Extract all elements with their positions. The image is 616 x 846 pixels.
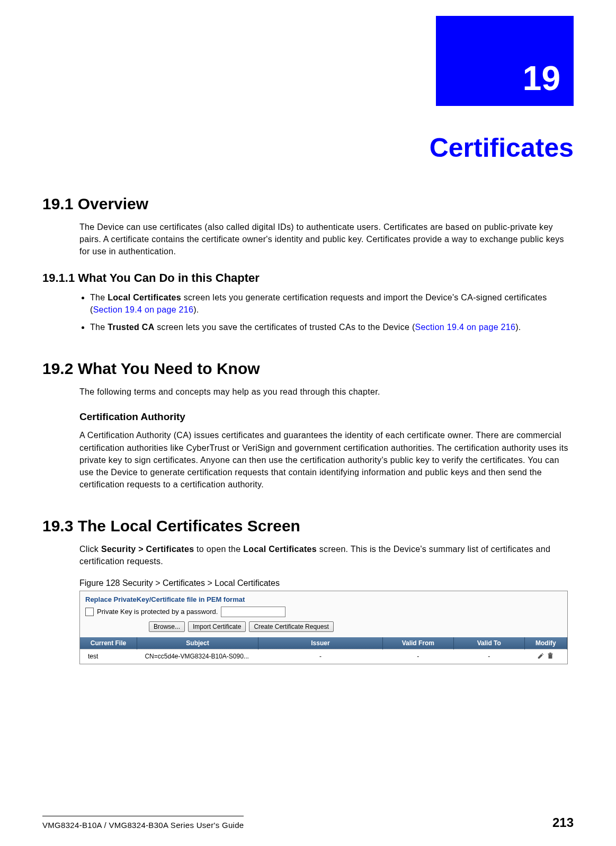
need-to-know-body: The following terms and concepts may hel… bbox=[79, 386, 574, 398]
password-checkbox[interactable] bbox=[85, 608, 94, 616]
delete-icon[interactable] bbox=[547, 652, 554, 660]
col-valid-from: Valid From bbox=[382, 637, 453, 649]
chapter-number: 19 bbox=[523, 59, 560, 98]
cert-authority-body: A Certification Authority (CA) issues ce… bbox=[79, 429, 574, 491]
cell-valid-from: - bbox=[382, 649, 453, 664]
whatyoucando-list: The Local Certificates screen lets you g… bbox=[79, 291, 574, 334]
link-section-19-4-a[interactable]: Section 19.4 on page 216 bbox=[93, 305, 194, 314]
chapter-title: Certificates bbox=[42, 132, 574, 163]
password-label: Private Key is protected by a password. bbox=[97, 608, 218, 616]
heading-19-1-1: 19.1.1 What You Can Do in this Chapter bbox=[42, 271, 574, 285]
cell-issuer: - bbox=[258, 649, 383, 664]
import-certificate-button[interactable]: Import Certificate bbox=[188, 621, 246, 632]
bullet-trusted-ca: The Trusted CA screen lets you save the … bbox=[90, 321, 574, 333]
page-footer: VMG8324-B10A / VMG8324-B30A Series User'… bbox=[42, 815, 574, 830]
create-certificate-request-button[interactable]: Create Certificate Request bbox=[249, 621, 333, 632]
figure-128-caption: Figure 128 Security > Certificates > Loc… bbox=[79, 578, 574, 588]
overview-body: The Device can use certificates (also ca… bbox=[79, 221, 574, 258]
local-cert-body: Click Security > Certificates to open th… bbox=[79, 543, 574, 567]
col-subject: Subject bbox=[137, 637, 258, 649]
replace-pem-label: Replace PrivateKey/Certificate file in P… bbox=[85, 595, 562, 603]
heading-19-3: 19.3 The Local Certificates Screen bbox=[42, 517, 574, 535]
col-current-file: Current File bbox=[80, 637, 137, 649]
heading-19-1: 19.1 Overview bbox=[42, 195, 574, 213]
heading-cert-authority: Certification Authority bbox=[79, 411, 574, 423]
col-valid-to: Valid To bbox=[453, 637, 524, 649]
cell-file: test bbox=[80, 649, 137, 664]
password-input[interactable] bbox=[221, 607, 285, 617]
certificates-table: Current File Subject Issuer Valid From V… bbox=[80, 637, 567, 664]
heading-19-2: 19.2 What You Need to Know bbox=[42, 360, 574, 378]
col-modify: Modify bbox=[524, 637, 567, 649]
footer-guide-name: VMG8324-B10A / VMG8324-B30A Series User'… bbox=[42, 821, 244, 830]
table-row: test CN=cc5d4e-VMG8324-B10A-S090... - - … bbox=[80, 649, 567, 664]
bullet-local-certificates: The Local Certificates screen lets you g… bbox=[90, 291, 574, 316]
local-certificates-panel: Replace PrivateKey/Certificate file in P… bbox=[79, 591, 568, 664]
page-number: 213 bbox=[552, 815, 574, 830]
cell-subject: CN=cc5d4e-VMG8324-B10A-S090... bbox=[137, 649, 258, 664]
cell-valid-to: - bbox=[453, 649, 524, 664]
col-issuer: Issuer bbox=[258, 637, 383, 649]
chapter-number-box: 19 bbox=[436, 16, 574, 106]
link-section-19-4-b[interactable]: Section 19.4 on page 216 bbox=[415, 323, 516, 332]
browse-button[interactable]: Browse... bbox=[149, 621, 185, 632]
cell-modify bbox=[524, 649, 567, 664]
edit-icon[interactable] bbox=[537, 652, 544, 660]
